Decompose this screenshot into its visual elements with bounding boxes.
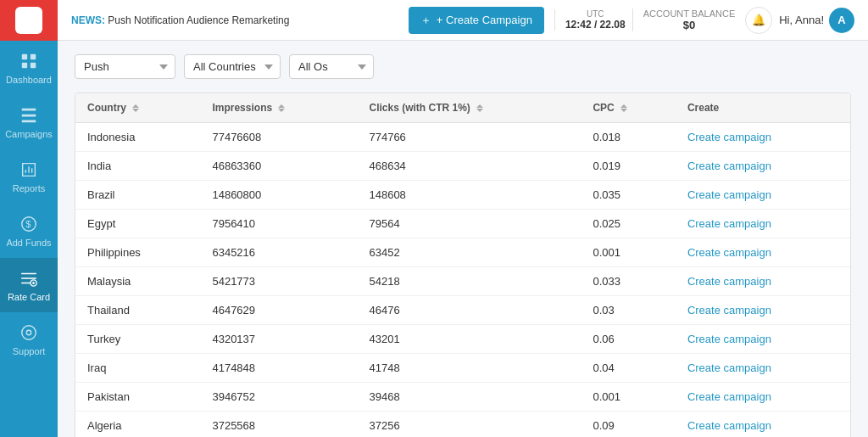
- support-icon: [19, 322, 39, 343]
- cell-country: Thailand: [75, 296, 200, 325]
- reports-icon: [19, 160, 39, 180]
- cell-impressions: 3725568: [200, 412, 357, 438]
- create-campaign-link[interactable]: Create campaign: [687, 217, 771, 230]
- sidebar: ad Dashboard Campaigns Reports $ Add Fun…: [0, 0, 58, 437]
- cell-cpc: 0.019: [581, 152, 675, 181]
- cell-clicks: 46476: [357, 296, 581, 325]
- table-row: Egypt 7956410 79564 0.025 Create campaig…: [75, 210, 850, 238]
- create-campaign-link[interactable]: Create campaign: [687, 390, 771, 403]
- sidebar-item-reports[interactable]: Reports: [0, 149, 58, 204]
- create-campaign-link[interactable]: Create campaign: [687, 333, 771, 345]
- rate-card-table: Country Impressions Clicks (with CTR 1%): [75, 92, 851, 437]
- create-campaign-label: + Create Campaign: [437, 14, 532, 26]
- cell-impressions: 7956410: [200, 210, 357, 238]
- table-row: Malaysia 5421773 54218 0.033 Create camp…: [75, 267, 850, 296]
- svg-point-8: [22, 326, 36, 340]
- sidebar-item-support[interactable]: Support: [0, 312, 58, 367]
- column-clicks[interactable]: Clicks (with CTR 1%): [357, 93, 581, 123]
- table-row: Pakistan 3946752 39468 0.001 Create camp…: [75, 383, 850, 412]
- cell-impressions: 77476608: [200, 123, 357, 152]
- table-row: Turkey 4320137 43201 0.06 Create campaig…: [75, 325, 850, 354]
- table-row: Thailand 4647629 46476 0.03 Create campa…: [75, 296, 850, 325]
- avatar: A: [829, 8, 854, 33]
- create-campaign-link[interactable]: Create campaign: [687, 188, 771, 201]
- sidebar-item-label: Add Funds: [6, 238, 51, 248]
- column-cpc[interactable]: CPC: [581, 93, 675, 123]
- cell-create: Create campaign: [676, 296, 850, 325]
- filters-row: Push In-Page Push Native All Countries A…: [75, 54, 851, 79]
- header-user: Hi, Anna! A: [779, 8, 854, 33]
- cell-country: Egypt: [75, 210, 200, 238]
- country-filter[interactable]: All Countries: [184, 54, 281, 79]
- cell-create: Create campaign: [676, 267, 850, 296]
- rate-card-icon: [19, 268, 39, 289]
- sidebar-item-label: Dashboard: [6, 75, 52, 85]
- cell-clicks: 468634: [357, 152, 581, 181]
- plus-icon: ＋: [420, 13, 431, 28]
- cell-create: Create campaign: [676, 210, 850, 238]
- sidebar-item-label: Rate Card: [8, 292, 50, 302]
- table-row: Indonesia 77476608 774766 0.018 Create c…: [75, 123, 850, 152]
- cell-cpc: 0.018: [581, 123, 675, 152]
- header-time: UTC 12:42 / 22.08: [554, 9, 626, 31]
- sort-country-icon: [132, 104, 139, 112]
- column-create: Create: [676, 93, 850, 123]
- header-news: NEWS: Push Notification Audience Remarke…: [71, 14, 402, 26]
- cell-clicks: 41748: [357, 354, 581, 383]
- create-campaign-link[interactable]: Create campaign: [687, 246, 771, 259]
- cell-country: India: [75, 152, 200, 181]
- create-campaign-link[interactable]: Create campaign: [687, 304, 771, 317]
- create-campaign-link[interactable]: Create campaign: [687, 131, 771, 143]
- cell-create: Create campaign: [676, 412, 850, 438]
- balance-amount: $0: [643, 19, 736, 31]
- cell-cpc: 0.04: [581, 354, 675, 383]
- cell-create: Create campaign: [676, 325, 850, 354]
- column-country[interactable]: Country: [75, 93, 200, 123]
- app-logo: ad: [0, 0, 58, 41]
- push-type-filter[interactable]: Push In-Page Push Native: [75, 54, 175, 79]
- sort-impressions-icon: [278, 104, 285, 112]
- svg-text:$: $: [25, 219, 31, 229]
- create-campaign-link[interactable]: Create campaign: [687, 361, 771, 374]
- cell-country: Philippines: [75, 238, 200, 267]
- create-campaign-link[interactable]: Create campaign: [687, 160, 771, 172]
- column-impressions[interactable]: Impressions: [200, 93, 357, 123]
- cell-country: Iraq: [75, 354, 200, 383]
- cell-impressions: 6345216: [200, 238, 357, 267]
- cell-cpc: 0.09: [581, 412, 675, 438]
- utc-label: UTC: [565, 9, 626, 19]
- cell-impressions: 3946752: [200, 383, 357, 412]
- cell-clicks: 37256: [357, 412, 581, 438]
- notification-bell-button[interactable]: 🔔: [745, 7, 772, 34]
- cell-country: Turkey: [75, 325, 200, 354]
- cell-cpc: 0.06: [581, 325, 675, 354]
- create-campaign-link[interactable]: Create campaign: [687, 419, 771, 432]
- cell-create: Create campaign: [676, 354, 850, 383]
- table-header-row: Country Impressions Clicks (with CTR 1%): [75, 93, 850, 123]
- cell-create: Create campaign: [676, 238, 850, 267]
- cell-clicks: 43201: [357, 325, 581, 354]
- sidebar-item-add-funds[interactable]: $ Add Funds: [0, 204, 58, 258]
- table-row: Brazil 14860800 148608 0.035 Create camp…: [75, 181, 850, 210]
- cell-create: Create campaign: [676, 123, 850, 152]
- cell-cpc: 0.033: [581, 267, 675, 296]
- cell-clicks: 54218: [357, 267, 581, 296]
- cell-clicks: 79564: [357, 210, 581, 238]
- create-campaign-link[interactable]: Create campaign: [687, 275, 771, 288]
- cell-cpc: 0.03: [581, 296, 675, 325]
- cell-country: Algeria: [75, 412, 200, 438]
- svg-rect-2: [31, 54, 36, 59]
- sidebar-item-label: Reports: [13, 183, 46, 193]
- sidebar-item-rate-card[interactable]: Rate Card: [0, 258, 58, 312]
- os-filter[interactable]: All Os Windows Android iOS MacOS: [289, 54, 374, 79]
- cell-clicks: 63452: [357, 238, 581, 267]
- sidebar-item-dashboard[interactable]: Dashboard: [0, 41, 58, 95]
- add-funds-icon: $: [19, 214, 39, 234]
- sidebar-item-campaigns[interactable]: Campaigns: [0, 95, 58, 149]
- cell-country: Malaysia: [75, 267, 200, 296]
- table-row: India 46863360 468634 0.019 Create campa…: [75, 152, 850, 181]
- balance-label: ACCOUNT BALANCE: [643, 8, 736, 19]
- sidebar-item-label: Campaigns: [5, 129, 53, 139]
- table-row: Philippines 6345216 63452 0.001 Create c…: [75, 238, 850, 267]
- create-campaign-button[interactable]: ＋ + Create Campaign: [409, 7, 544, 34]
